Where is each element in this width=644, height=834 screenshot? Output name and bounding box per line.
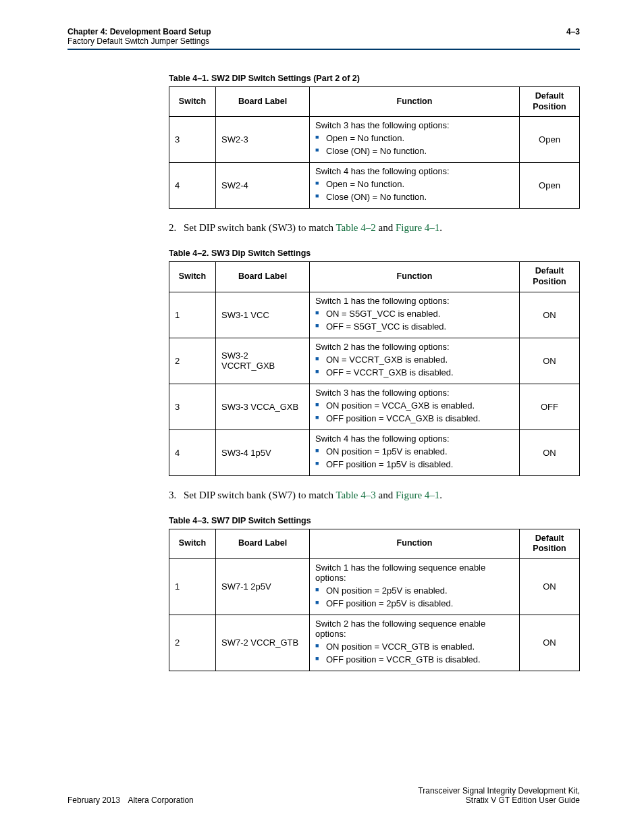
cell-switch: 4	[169, 429, 216, 475]
cell-function: Switch 3 has the following options:Open …	[310, 117, 520, 163]
function-lead: Switch 1 has the following sequence enab…	[315, 563, 514, 583]
cell-label: SW3-3 VCCA_GXB	[216, 384, 310, 429]
cell-default: ON	[520, 338, 580, 384]
list-item: ON position = VCCA_GXB is enabled.	[315, 400, 514, 411]
cell-function: Switch 4 has the following options:ON po…	[310, 429, 520, 475]
function-lead: Switch 2 has the following options:	[315, 342, 514, 352]
list-item: Open = No function.	[315, 133, 514, 143]
cell-label: SW7-2 VCCR_GTB	[216, 615, 310, 671]
th-switch: Switch	[169, 529, 216, 558]
table-row: 1SW3-1 VCCSwitch 1 has the following opt…	[169, 292, 580, 338]
step-num: 3.	[169, 490, 184, 501]
list-item: OFF position = VCCA_GXB is disabled.	[315, 413, 514, 423]
function-lead: Switch 3 has the following options:	[315, 388, 514, 398]
cell-default: ON	[520, 615, 580, 671]
list-item: Close (ON) = No function.	[315, 192, 514, 202]
list-item: ON = S5GT_VCC is enabled.	[315, 309, 514, 319]
th-function: Function	[310, 87, 520, 117]
step-post: .	[439, 490, 442, 500]
th-default: Default Position	[520, 529, 580, 558]
table-row: 4SW2-4Switch 4 has the following options…	[169, 163, 580, 209]
cell-switch: 1	[169, 558, 216, 615]
th-label: Board Label	[216, 262, 310, 292]
function-lead: Switch 2 has the following sequence enab…	[315, 619, 514, 639]
list-item: OFF position = VCCR_GTB is disabled.	[315, 654, 514, 664]
footer-left: February 2013 Altera Corporation	[68, 796, 194, 805]
xref-table-4-3[interactable]: Table 4–3	[336, 490, 375, 500]
table-row: 2SW7-2 VCCR_GTBSwitch 2 has the followin…	[169, 615, 580, 671]
step-num: 2.	[169, 222, 184, 234]
section-header: Factory Default Switch Jumper Settings	[68, 36, 211, 46]
list-item: OFF = VCCRT_GXB is disabled.	[315, 367, 514, 377]
th-default: Default Position	[520, 262, 580, 292]
cell-function: Switch 2 has the following sequence enab…	[310, 615, 520, 671]
cell-default: OFF	[520, 384, 580, 429]
table-row: 1SW7-1 2p5VSwitch 1 has the following se…	[169, 558, 580, 615]
table-4-3: Switch Board Label Function Default Posi…	[169, 529, 580, 671]
cell-default: Open	[520, 163, 580, 209]
list-item: ON position = 1p5V is enabled.	[315, 446, 514, 457]
th-switch: Switch	[169, 262, 216, 292]
table-4-1-title: Table 4–1. SW2 DIP Switch Settings (Part…	[169, 74, 580, 83]
table-4-1: Switch Board Label Function Default Posi…	[169, 86, 580, 209]
th-label: Board Label	[216, 87, 310, 117]
xref-table-4-2[interactable]: Table 4–2	[336, 222, 375, 233]
step-text: Set DIP switch bank (SW7) to match	[184, 490, 336, 500]
list-item: OFF position = 1p5V is disabled.	[315, 459, 514, 469]
th-function: Function	[310, 262, 520, 292]
cell-switch: 2	[169, 338, 216, 384]
step-mid: and	[376, 222, 396, 233]
table-4-3-title: Table 4–3. SW7 DIP Switch Settings	[169, 516, 580, 525]
footer-right-1: Transceiver Signal Integrity Development…	[418, 786, 580, 796]
cell-label: SW3-4 1p5V	[216, 429, 310, 475]
step-2: 2. Set DIP switch bank (SW3) to match Ta…	[169, 222, 580, 234]
list-item: ON position = 2p5V is enabled.	[315, 585, 514, 596]
table-row: 3SW3-3 VCCA_GXBSwitch 3 has the followin…	[169, 384, 580, 429]
list-item: ON = VCCRT_GXB is enabled.	[315, 355, 514, 365]
cell-default: ON	[520, 292, 580, 338]
cell-function: Switch 1 has the following sequence enab…	[310, 558, 520, 615]
table-row: 2SW3-2 VCCRT_GXBSwitch 2 has the followi…	[169, 338, 580, 384]
cell-switch: 3	[169, 117, 216, 163]
cell-default: ON	[520, 429, 580, 475]
step-3: 3. Set DIP switch bank (SW7) to match Ta…	[169, 490, 580, 501]
table-4-2-title: Table 4–2. SW3 Dip Switch Settings	[169, 249, 580, 258]
cell-switch: 1	[169, 292, 216, 338]
cell-switch: 2	[169, 615, 216, 671]
cell-label: SW3-1 VCC	[216, 292, 310, 338]
list-item: ON position = VCCR_GTB is enabled.	[315, 642, 514, 652]
list-item: Close (ON) = No function.	[315, 146, 514, 156]
cell-default: ON	[520, 558, 580, 615]
step-mid: and	[376, 490, 396, 500]
cell-label: SW2-3	[216, 117, 310, 163]
table-4-2: Switch Board Label Function Default Posi…	[169, 261, 580, 475]
list-item: OFF = S5GT_VCC is disabled.	[315, 321, 514, 332]
step-post: .	[439, 222, 442, 233]
cell-default: Open	[520, 117, 580, 163]
xref-figure-4-1[interactable]: Figure 4–1	[396, 490, 439, 500]
header-rule	[68, 49, 580, 50]
list-item: OFF position = 2p5V is disabled.	[315, 598, 514, 608]
step-text: Set DIP switch bank (SW3) to match	[184, 222, 336, 233]
footer-right-2: Stratix V GT Edition User Guide	[418, 796, 580, 805]
function-lead: Switch 3 has the following options:	[315, 120, 514, 130]
th-switch: Switch	[169, 87, 216, 117]
function-lead: Switch 4 has the following options:	[315, 166, 514, 176]
xref-figure-4-1[interactable]: Figure 4–1	[396, 222, 439, 233]
cell-switch: 3	[169, 384, 216, 429]
th-default: Default Position	[520, 87, 580, 117]
cell-label: SW3-2 VCCRT_GXB	[216, 338, 310, 384]
th-label: Board Label	[216, 529, 310, 558]
chapter-header: Chapter 4: Development Board Setup	[68, 27, 211, 36]
cell-function: Switch 2 has the following options:ON = …	[310, 338, 520, 384]
cell-function: Switch 3 has the following options:ON po…	[310, 384, 520, 429]
table-row: 3SW2-3Switch 3 has the following options…	[169, 117, 580, 163]
cell-label: SW2-4	[216, 163, 310, 209]
cell-switch: 4	[169, 163, 216, 209]
page-number: 4–3	[566, 27, 580, 46]
function-lead: Switch 4 has the following options:	[315, 434, 514, 444]
function-lead: Switch 1 has the following options:	[315, 296, 514, 306]
cell-label: SW7-1 2p5V	[216, 558, 310, 615]
cell-function: Switch 1 has the following options:ON = …	[310, 292, 520, 338]
list-item: Open = No function.	[315, 179, 514, 189]
